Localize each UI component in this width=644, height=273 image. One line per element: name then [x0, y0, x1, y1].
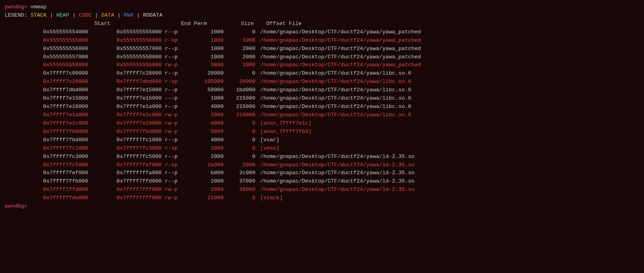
size: 28000 — [189, 69, 224, 78]
size: 1000 — [189, 37, 224, 45]
size: 1000 — [189, 45, 224, 53]
offset: 215000 — [224, 94, 255, 103]
offset: 0 — [224, 119, 255, 128]
perm: rw-p — [165, 119, 189, 128]
table-row: 0x5555555550000x555555556000r-xp10001000… — [5, 37, 639, 45]
perm: r--p — [165, 103, 189, 111]
perm: r--p — [165, 86, 189, 94]
file: /home/gnapac/Desktop/CTF/ductf24/yawa/ld… — [257, 161, 415, 169]
addr-end: 0x7ffff7dbd000 — [88, 78, 162, 86]
file: /home/gnapac/Desktop/CTF/ductf24/yawa/ld… — [257, 186, 415, 194]
legend-data: DATA — [101, 12, 114, 20]
addr-end: 0x7ffff7c28000 — [88, 69, 162, 78]
addr-start: 0x7ffff7fc1000 — [5, 144, 88, 153]
table-row: 0x7ffff7dbd0000x7ffff7e15000r--p580001bd… — [5, 86, 639, 94]
perm: r-xp — [165, 161, 189, 169]
table-row: 0x7ffff7fc50000x7ffff7fef000r-xp2a000200… — [5, 161, 639, 169]
addr-end: 0x7ffff7ffa000 — [88, 169, 162, 177]
terminal: pwndbg> vmmap LEGEND: STACK | HEAP | COD… — [0, 0, 644, 273]
legend-line: LEGEND: STACK | HEAP | CODE | DATA | RWX… — [5, 12, 639, 20]
addr-end: 0x555555557000 — [88, 45, 162, 53]
prompt-line-top: pwndbg> vmmap — [5, 3, 639, 12]
legend-stack: STACK — [31, 12, 47, 20]
perm: r--p — [165, 169, 189, 177]
offset: 2000 — [224, 53, 255, 62]
offset: 2000 — [224, 161, 255, 169]
addr-end: 0x555555556000 — [88, 37, 162, 45]
size: 2000 — [189, 144, 224, 153]
addr-start: 0x7ffff7e16000 — [5, 103, 88, 111]
addr-start: 0x7ffff7ffb000 — [5, 177, 88, 186]
addr-end: 0x7ffff7e29000 — [88, 119, 162, 128]
offset: 0 — [224, 28, 255, 37]
offset: 2c000 — [224, 169, 255, 177]
file: [anon_7ffff7e1c] — [257, 119, 312, 128]
file: [vdso] — [257, 144, 280, 153]
size: 4000 — [189, 103, 224, 111]
offset: 1bd000 — [224, 86, 255, 94]
size: 2000 — [189, 186, 224, 194]
addr-start: 0x7ffff7fbd000 — [5, 136, 88, 144]
bottom-prompt-line: pwndbg> — [5, 202, 639, 211]
file: /home/gnapac/Desktop/CTF/ductf24/yawa/li… — [257, 86, 411, 94]
file: /home/gnapac/Desktop/CTF/ductf24/yawa/ya… — [257, 37, 421, 45]
perm: r--p — [165, 136, 189, 144]
offset: 2000 — [224, 45, 255, 53]
table-row: 0x5555555580000x55555555b000rw-p30003000… — [5, 61, 639, 69]
file: /home/gnapac/Desktop/CTF/ductf24/yawa/ya… — [257, 45, 421, 53]
table-row: 0x7ffff7c000000x7ffff7c28000r--p280000 /… — [5, 69, 639, 78]
perm: r--p — [165, 153, 189, 161]
offset: 1000 — [224, 37, 255, 45]
file: /home/gnapac/Desktop/CTF/ductf24/yawa/ld… — [257, 169, 415, 177]
perm: rw-p — [165, 128, 189, 136]
table-row: 0x5555555560000x555555557000r--p10002000… — [5, 45, 639, 53]
size: 21000 — [189, 194, 224, 202]
addr-start: 0x555555554000 — [5, 28, 88, 37]
addr-end: 0x7ffff7ffd000 — [88, 177, 162, 186]
addr-start: 0x555555555000 — [5, 37, 88, 45]
addr-end: 0x7ffffffff000 — [88, 194, 162, 202]
file: /home/gnapac/Desktop/CTF/ductf24/yawa/li… — [257, 111, 411, 119]
addr-end: 0x7ffff7e15000 — [88, 86, 162, 94]
offset: 0 — [224, 128, 255, 136]
addr-start: 0x7ffff7e1a000 — [5, 111, 88, 119]
size: 1000 — [189, 53, 224, 62]
table-header: Start End Perm Size Offset File — [5, 20, 639, 28]
addr-start: 0x7ffff7e1c000 — [5, 119, 88, 128]
file: /home/gnapac/Desktop/CTF/ductf24/yawa/li… — [257, 78, 411, 86]
perm: rw-p — [165, 61, 189, 69]
perm: r--p — [165, 45, 189, 53]
addr-end: 0x7ffff7fbd000 — [88, 128, 162, 136]
offset: 0 — [224, 194, 255, 202]
table-row: 0x7ffff7fc30000x7ffff7fc5000r--p20000 /h… — [5, 153, 639, 161]
addr-start: 0x7ffff7e15000 — [5, 94, 88, 103]
table-row: 0x7ffff7e1a0000x7ffff7e1c000rw-p20002190… — [5, 111, 639, 119]
table-row: 0x7ffff7fb80000x7ffff7fbd000rw-p50000 [a… — [5, 128, 639, 136]
perm: rw-p — [165, 194, 189, 202]
size: b000 — [189, 169, 224, 177]
offset: 219000 — [224, 111, 255, 119]
prompt-symbol: pwndbg> — [5, 3, 31, 12]
perm: r-xp — [165, 144, 189, 153]
offset: 39000 — [224, 186, 255, 194]
file: /home/gnapac/Desktop/CTF/ductf24/yawa/ya… — [257, 53, 421, 62]
addr-start: 0x7ffff7ffd000 — [5, 186, 88, 194]
command: vmmap — [31, 3, 47, 12]
file: [stack] — [257, 194, 283, 202]
file: [vvar] — [257, 136, 280, 144]
offset: 0 — [224, 136, 255, 144]
file: /home/gnapac/Desktop/CTF/ductf24/yawa/li… — [257, 94, 411, 103]
file: /home/gnapac/Desktop/CTF/ductf24/yawa/ya… — [257, 61, 421, 69]
addr-end: 0x7ffff7fef000 — [88, 161, 162, 169]
table-row: 0x7ffff7e160000x7ffff7e1a000r--p40002150… — [5, 103, 639, 111]
file: /home/gnapac/Desktop/CTF/ductf24/yawa/li… — [257, 103, 411, 111]
addr-start: 0x555555558000 — [5, 61, 88, 69]
file: /home/gnapac/Desktop/CTF/ductf24/yawa/ld… — [257, 177, 415, 186]
size: 3000 — [189, 61, 224, 69]
table-row: 0x7ffff7c280000x7ffff7dbd000r-xp19500028… — [5, 78, 639, 86]
table-row: 0x5555555570000x555555558000r--p10002000… — [5, 53, 639, 62]
offset: 0 — [224, 144, 255, 153]
table-row: 0x5555555540000x555555555000r--p10000 /h… — [5, 28, 639, 37]
size: 2000 — [189, 111, 224, 119]
addr-start: 0x555555556000 — [5, 45, 88, 53]
